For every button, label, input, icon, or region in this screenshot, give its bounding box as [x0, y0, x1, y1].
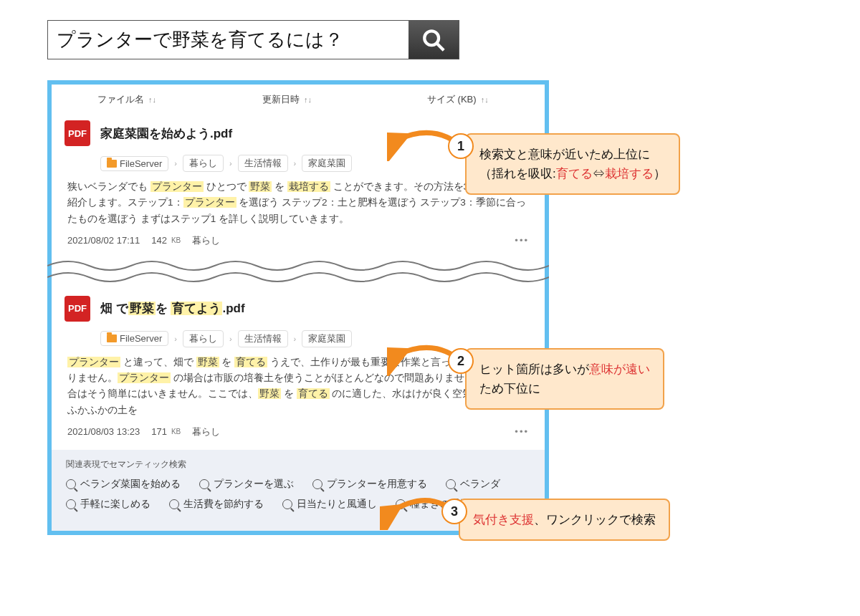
meta-date: 2021/08/03 13:23	[67, 426, 140, 437]
svg-line-1	[436, 43, 444, 50]
highlight: プランター	[67, 357, 120, 367]
crumb[interactable]: 暮らし	[183, 155, 224, 172]
callout-bubble: 気付き支援、ワンクリックで検索	[459, 499, 670, 541]
related-link[interactable]: ベランダ菜園を始める	[66, 478, 181, 491]
meta-size: 142	[151, 235, 167, 246]
search-icon	[199, 479, 209, 489]
sort-icon: ↑↓	[481, 95, 489, 104]
col-filename[interactable]: ファイル名↑↓	[97, 93, 262, 106]
more-menu-icon[interactable]: •••	[515, 235, 529, 246]
related-link[interactable]: 手軽に楽しめる	[66, 498, 150, 511]
highlight: 野菜	[249, 181, 272, 192]
meta-size-unit: KB	[171, 428, 181, 435]
search-icon	[312, 479, 322, 489]
more-menu-icon[interactable]: •••	[515, 426, 529, 437]
crumb[interactable]: 家庭菜園	[302, 330, 352, 347]
column-headers: ファイル名↑↓ 更新日時↑↓ サイズ (KB)↑↓	[54, 87, 542, 110]
chevron-right-icon: ›	[229, 335, 232, 343]
callout-bubble: 検索文と意味が近いため上位に （揺れを吸収:育てる⇔栽培する）	[465, 133, 680, 195]
crumb[interactable]: 家庭菜園	[302, 155, 352, 172]
callout-bubble: ヒット箇所は多いが意味が遠い ため下位に	[465, 348, 664, 410]
search-icon	[396, 499, 406, 509]
meta-size: 171	[151, 426, 167, 437]
meta-tag: 暮らし	[192, 234, 220, 247]
highlight: 野菜	[196, 357, 219, 367]
crumb[interactable]: 生活情報	[238, 155, 288, 172]
callout-1: 1 検索文と意味が近いため上位に （揺れを吸収:育てる⇔栽培する）	[448, 133, 680, 195]
highlight: プランター	[150, 181, 204, 192]
callout-number: 2	[448, 348, 474, 374]
related-link[interactable]: プランターを選ぶ	[199, 478, 294, 491]
svg-point-0	[424, 31, 439, 45]
chevron-right-icon: ›	[229, 159, 232, 168]
pdf-badge-icon: PDF	[64, 120, 90, 146]
search-icon	[66, 479, 76, 489]
related-link[interactable]: 日当たりと風通し	[282, 498, 377, 511]
highlight: 育てる	[234, 357, 267, 367]
chevron-right-icon: ›	[174, 159, 177, 168]
related-link[interactable]: プランターを用意する	[312, 478, 427, 491]
highlight: プランター	[183, 197, 236, 208]
highlight: 育てよう	[171, 302, 222, 315]
search-bar	[47, 20, 459, 59]
search-input[interactable]	[48, 21, 408, 59]
chevron-right-icon: ›	[294, 335, 297, 343]
breadcrumb: FileServer › 暮らし › 生活情報 › 家庭菜園	[100, 330, 529, 347]
folder-icon	[107, 160, 117, 168]
result-title[interactable]: 家庭菜園を始めよう.pdf	[100, 125, 232, 142]
highlight: 栽培する	[287, 181, 330, 192]
result-title[interactable]: 畑 で野菜を 育てよう.pdf	[100, 300, 245, 317]
highlight: 野菜	[258, 388, 281, 399]
related-link[interactable]: ベランダ	[446, 478, 500, 491]
result-meta: 2021/08/02 17:11 142KB 暮らし •••	[67, 234, 529, 247]
highlight: 野菜	[128, 302, 156, 315]
search-icon	[282, 499, 292, 509]
result-meta: 2021/08/03 13:23 171KB 暮らし •••	[67, 425, 529, 438]
search-button[interactable]	[408, 21, 459, 59]
related-header: 関連表現でセマンティック検索	[66, 458, 530, 471]
related-link[interactable]: 生活費を節約する	[169, 498, 264, 511]
meta-tag: 暮らし	[192, 425, 220, 438]
meta-size-unit: KB	[171, 236, 181, 244]
crumb-root[interactable]: FileServer	[100, 331, 168, 346]
search-icon	[446, 479, 456, 489]
crumb-root[interactable]: FileServer	[100, 156, 168, 171]
callout-number: 1	[448, 133, 474, 159]
callout-3: 3 気付き支援、ワンクリックで検索	[441, 499, 670, 541]
callout-2: 2 ヒット箇所は多いが意味が遠い ため下位に	[448, 348, 664, 410]
crumb[interactable]: 暮らし	[183, 330, 224, 347]
ellipsis-divider	[47, 257, 549, 286]
sort-icon: ↑↓	[148, 95, 156, 104]
callout-number: 3	[441, 499, 467, 524]
folder-icon	[107, 335, 117, 342]
search-icon	[66, 499, 76, 509]
search-icon	[421, 28, 446, 52]
highlight: プランター	[118, 372, 171, 383]
search-icon	[169, 499, 179, 509]
crumb[interactable]: 生活情報	[238, 330, 288, 347]
pdf-badge-icon: PDF	[64, 296, 90, 322]
sort-icon: ↑↓	[304, 95, 312, 104]
col-size[interactable]: サイズ (KB)↑↓	[427, 93, 527, 106]
highlight: 育てる	[297, 388, 330, 399]
chevron-right-icon: ›	[294, 159, 297, 168]
col-date[interactable]: 更新日時↑↓	[262, 93, 427, 106]
chevron-right-icon: ›	[174, 335, 177, 343]
meta-date: 2021/08/02 17:11	[67, 235, 140, 246]
